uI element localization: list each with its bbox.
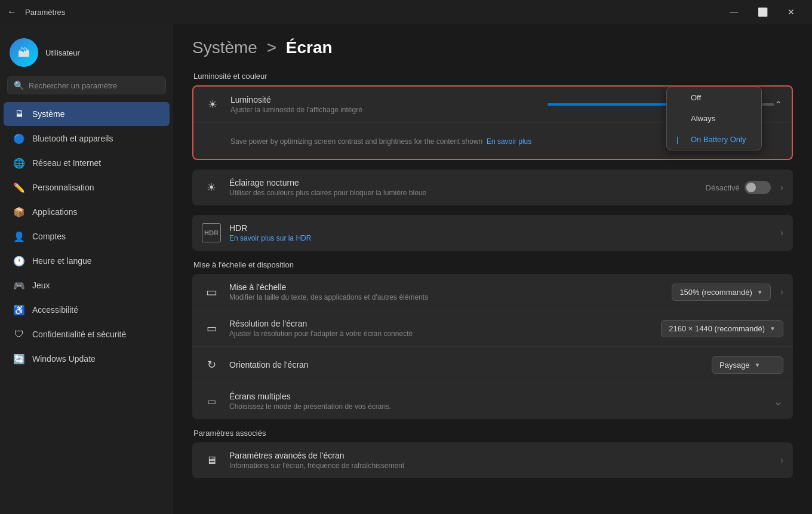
sidebar: 🏔 Utilisateur 🔍 🖥 Système 🔵 Bluetooth et… (0, 24, 173, 514)
params-avances-chevron[interactable]: › (780, 455, 783, 466)
eclairage-row: ☀ Éclairage nocturne Utiliser des couleu… (192, 170, 793, 205)
sidebar-icon-bluetooth: 🔵 (13, 133, 25, 144)
eclairage-toggle[interactable] (745, 181, 771, 194)
eclairage-chevron[interactable]: › (780, 182, 783, 193)
popup-item-battery[interactable]: | On Battery Only (667, 129, 761, 150)
save-power-link[interactable]: En savoir plus (487, 137, 531, 146)
sidebar-item-heure[interactable]: 🕐 Heure et langue (4, 249, 170, 273)
params-avances-subtitle: Informations sur l'écran, fréquence de r… (229, 461, 776, 470)
params-avances-text: Paramètres avancés de l'écran Informatio… (229, 451, 776, 470)
ecrans-subtitle: Choisissez le mode de présentation de vo… (229, 402, 768, 411)
hdr-icon: HDR (202, 223, 221, 242)
back-button[interactable]: ← (7, 7, 17, 17)
sidebar-item-accessibilite[interactable]: ♿ Accessibilité (4, 298, 170, 322)
titlebar-title: Paramètres (25, 8, 65, 17)
sidebar-label-comptes: Comptes (32, 232, 66, 241)
breadcrumb-parent: Système (192, 38, 257, 57)
search-input[interactable] (29, 81, 159, 90)
hdr-group: HDR HDR En savoir plus sur la HDR › (192, 215, 793, 251)
sidebar-icon-confidentialite: 🛡 (13, 328, 25, 340)
luminosite-text: Luminosité Ajuster la luminosité de l'af… (230, 95, 548, 114)
sidebar-icon-systeme: 🖥 (13, 108, 25, 120)
sidebar-item-jeux[interactable]: 🎮 Jeux (4, 273, 170, 297)
sidebar-icon-windowsupdate: 🔄 (13, 353, 25, 365)
sidebar-item-personnalisation[interactable]: ✏️ Personnalisation (4, 176, 170, 199)
hdr-chevron[interactable]: › (780, 227, 783, 238)
resolution-row: ▭ Résolution de l'écran Ajuster la résol… (192, 310, 793, 347)
hdr-link[interactable]: En savoir plus sur la HDR (229, 234, 311, 242)
section-echelle-title: Mise à l'échelle et disposition (192, 260, 793, 269)
sidebar-label-bluetooth: Bluetooth et appareils (32, 134, 113, 143)
echelle-row: ▭ Mise à l'échelle Modifier la taille du… (192, 274, 793, 310)
luminosite-title: Luminosité (230, 95, 548, 104)
sidebar-item-applications[interactable]: 📦 Applications (4, 200, 170, 224)
sidebar-item-systeme[interactable]: 🖥 Système (4, 102, 170, 126)
sidebar-item-windowsupdate[interactable]: 🔄 Windows Update (4, 347, 170, 371)
page-header: Système > Écran (192, 38, 793, 57)
user-name: Utilisateur (45, 48, 80, 57)
sidebar-items: 🖥 Système 🔵 Bluetooth et appareils 🌐 Rés… (0, 101, 173, 371)
brightness-icon: ☀ (203, 95, 222, 114)
eclairage-group: ☀ Éclairage nocturne Utiliser des couleu… (192, 170, 793, 205)
popup-battery-label: On Battery Only (691, 135, 746, 144)
hdr-control: › (776, 227, 783, 238)
sidebar-item-comptes[interactable]: 👤 Comptes (4, 224, 170, 248)
brightness-chevron-up[interactable]: ⌃ (774, 99, 782, 110)
eclairage-control[interactable]: Désactivé › (706, 181, 783, 194)
resolution-icon: ▭ (202, 319, 221, 338)
sidebar-item-reseau[interactable]: 🌐 Réseau et Internet (4, 151, 170, 175)
sidebar-icon-jeux: 🎮 (13, 279, 25, 291)
section-associes-title: Paramètres associés (192, 429, 793, 438)
resolution-title: Résolution de l'écran (229, 319, 661, 328)
window-controls: — ⬜ ✕ (720, 2, 805, 21)
popup-item-off[interactable]: Off (667, 87, 761, 108)
sidebar-icon-applications: 📦 (13, 206, 25, 218)
popup-always-label: Always (691, 114, 715, 123)
minimize-button[interactable]: — (720, 2, 748, 21)
echelle-dropdown[interactable]: 150% (recommandé) ▼ (672, 284, 770, 301)
sidebar-icon-reseau: 🌐 (13, 157, 25, 169)
orientation-control[interactable]: Paysage ▼ (712, 356, 783, 374)
maximize-button[interactable]: ⬜ (749, 2, 776, 21)
echelle-subtitle: Modifier la taille du texte, des applica… (229, 293, 672, 301)
orientation-value: Paysage (719, 361, 750, 370)
sidebar-label-windowsupdate: Windows Update (32, 354, 96, 364)
echelle-group: ▭ Mise à l'échelle Modifier la taille du… (192, 274, 793, 419)
search-icon: 🔍 (14, 81, 24, 90)
sidebar-item-bluetooth[interactable]: 🔵 Bluetooth et appareils (4, 127, 170, 150)
sidebar-label-heure: Heure et langue (32, 256, 92, 266)
search-box[interactable]: 🔍 (7, 76, 166, 94)
user-section: 🏔 Utilisateur (0, 33, 173, 76)
sidebar-label-applications: Applications (32, 207, 78, 217)
sidebar-label-systeme: Système (32, 109, 64, 119)
eclairage-state: Désactivé (706, 183, 740, 192)
orientation-dropdown[interactable]: Paysage ▼ (712, 356, 783, 374)
params-avances-title: Paramètres avancés de l'écran (229, 451, 776, 460)
avatar: 🏔 (10, 38, 38, 67)
ecrans-title: Écrans multiples (229, 392, 768, 401)
app-body: 🏔 Utilisateur 🔍 🖥 Système 🔵 Bluetooth et… (0, 24, 812, 514)
echelle-control[interactable]: 150% (recommandé) ▼ › (672, 284, 783, 301)
resolution-control[interactable]: 2160 × 1440 (recommandé) ▼ (661, 320, 783, 337)
sidebar-item-confidentialite[interactable]: 🛡 Confidentialité et sécurité (4, 322, 170, 346)
eclairage-title: Éclairage nocturne (229, 178, 706, 187)
ecrans-chevron-down[interactable]: ⌄ (773, 394, 783, 408)
luminosite-group: ☀ Luminosité Ajuster la luminosité de l'… (192, 85, 793, 160)
ecrans-control[interactable]: ⌄ (768, 394, 783, 408)
toggle-knob (746, 183, 756, 192)
resolution-dropdown[interactable]: 2160 × 1440 (recommandé) ▼ (661, 320, 783, 337)
orientation-text: Orientation de l'écran (229, 360, 712, 370)
luminosite-row: ☀ Luminosité Ajuster la luminosité de l'… (193, 87, 792, 123)
eclairage-text: Éclairage nocturne Utiliser des couleurs… (229, 178, 706, 197)
close-button[interactable]: ✕ (777, 2, 805, 21)
echelle-title: Mise à l'échelle (229, 282, 672, 292)
popup-item-always[interactable]: Always (667, 108, 761, 129)
brightness-dropdown-popup: Off Always | On Battery Only (666, 87, 762, 150)
titlebar: ← Paramètres — ⬜ ✕ (0, 0, 812, 24)
echelle-chevron[interactable]: › (780, 287, 783, 297)
sidebar-icon-heure: 🕐 (13, 255, 25, 267)
hdr-text: HDR En savoir plus sur la HDR (229, 223, 776, 242)
params-avances-control[interactable]: › (776, 455, 783, 466)
breadcrumb-current: Écran (286, 38, 333, 57)
main-content: Système > Écran Luminosité et couleur ☀ … (173, 24, 812, 514)
